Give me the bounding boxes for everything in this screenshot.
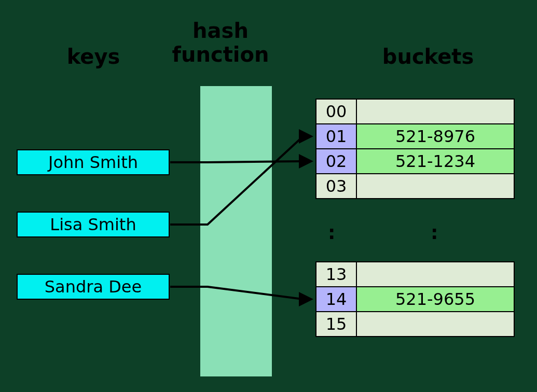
- bucket-row: 02 521-1234: [316, 148, 515, 174]
- key-box: Sandra Dee: [17, 274, 170, 300]
- bucket-value: [356, 99, 515, 124]
- bucket-index: 15: [315, 311, 356, 337]
- bucket-row: 01 521-8976: [316, 123, 515, 149]
- bucket-index: 13: [315, 261, 356, 287]
- bucket-row: 00: [316, 99, 515, 124]
- bucket-row: 13: [316, 261, 515, 287]
- bucket-value: 521-1234: [356, 148, 515, 174]
- bucket-index: 03: [315, 173, 356, 199]
- bucket-value: [356, 173, 515, 199]
- hash-function-box: [200, 86, 272, 376]
- bucket-row: 15: [316, 311, 515, 337]
- key-box: Lisa Smith: [17, 212, 170, 237]
- bucket-row: 14 521-9655: [316, 286, 515, 312]
- header-keys: keys: [47, 45, 140, 68]
- key-box: John Smith: [17, 149, 170, 175]
- bucket-index: 01: [315, 123, 356, 149]
- bucket-value: 521-9655: [356, 286, 515, 312]
- bucket-index: 02: [315, 148, 356, 174]
- bucket-value: 521-8976: [356, 123, 515, 149]
- header-buckets: buckets: [363, 45, 493, 68]
- bucket-index: 00: [315, 99, 356, 124]
- bucket-value: [356, 261, 515, 287]
- ellipsis-icon: :: [328, 222, 335, 243]
- bucket-value: [356, 311, 515, 337]
- header-hash-function: hash function: [156, 19, 285, 66]
- bucket-row: 03: [316, 173, 515, 199]
- ellipsis-icon: :: [431, 222, 438, 243]
- bucket-index: 14: [315, 286, 356, 312]
